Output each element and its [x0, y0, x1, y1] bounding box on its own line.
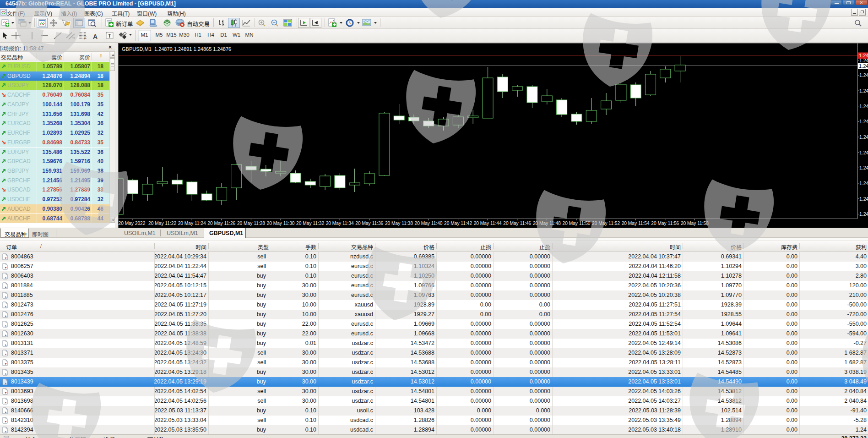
svg-text:20 May 11:52: 20 May 11:52: [592, 221, 620, 226]
svg-text:20 May 11:46: 20 May 11:46: [503, 221, 531, 226]
svg-text:1.24450: 1.24450: [859, 196, 868, 202]
svg-text:1.24800: 1.24800: [859, 88, 868, 93]
svg-text:1.24400: 1.24400: [859, 211, 868, 217]
svg-text:20 May 11:30: 20 May 11:30: [267, 221, 295, 226]
svg-text:F: F: [84, 36, 87, 40]
svg-text:20 May 11:32: 20 May 11:32: [296, 221, 324, 226]
svg-text:20 May 11:38: 20 May 11:38: [385, 221, 413, 226]
svg-text:20 May 11:24: 20 May 11:24: [178, 221, 206, 226]
svg-text:20 May 11:58: 20 May 11:58: [681, 221, 709, 226]
svg-text:20 May 11:54: 20 May 11:54: [622, 221, 650, 226]
svg-text:1.24600: 1.24600: [859, 150, 868, 155]
svg-text:20 May 11:34: 20 May 11:34: [326, 221, 354, 226]
svg-text:%: %: [72, 36, 75, 40]
svg-text:1.24850: 1.24850: [859, 72, 868, 78]
svg-text:20 May 11:56: 20 May 11:56: [651, 221, 679, 226]
svg-text:20 May 2022: 20 May 2022: [119, 221, 146, 226]
svg-text:1.24876: 1.24876: [859, 63, 868, 69]
svg-text:1.24550: 1.24550: [859, 165, 868, 170]
svg-text:T: T: [108, 33, 111, 38]
svg-text:20 May 11:42: 20 May 11:42: [444, 221, 472, 226]
svg-text:20 May 11:40: 20 May 11:40: [415, 221, 443, 226]
svg-text:20 May 11:26: 20 May 11:26: [207, 221, 235, 226]
svg-text:20 May 11:44: 20 May 11:44: [474, 221, 502, 226]
svg-text:20 May 11:48: 20 May 11:48: [533, 221, 561, 226]
svg-text:GBPUSD,M1 1.24870 1.24891 1.2: GBPUSD,M1 1.24870 1.24891 1.24865 1.2487…: [122, 46, 231, 52]
svg-text:20 May 11:36: 20 May 11:36: [355, 221, 383, 226]
svg-text:1.24650: 1.24650: [859, 134, 868, 140]
svg-text:20 May 11:22: 20 May 11:22: [148, 221, 176, 226]
svg-text:20 May 11:28: 20 May 11:28: [237, 221, 265, 226]
svg-text:1.24750: 1.24750: [859, 104, 868, 109]
svg-text:20 May 11:50: 20 May 11:50: [563, 221, 591, 226]
svg-text:1.24500: 1.24500: [859, 181, 868, 186]
svg-text:1.24700: 1.24700: [859, 119, 868, 124]
svg-text:1.24891: 1.24891: [859, 53, 868, 58]
